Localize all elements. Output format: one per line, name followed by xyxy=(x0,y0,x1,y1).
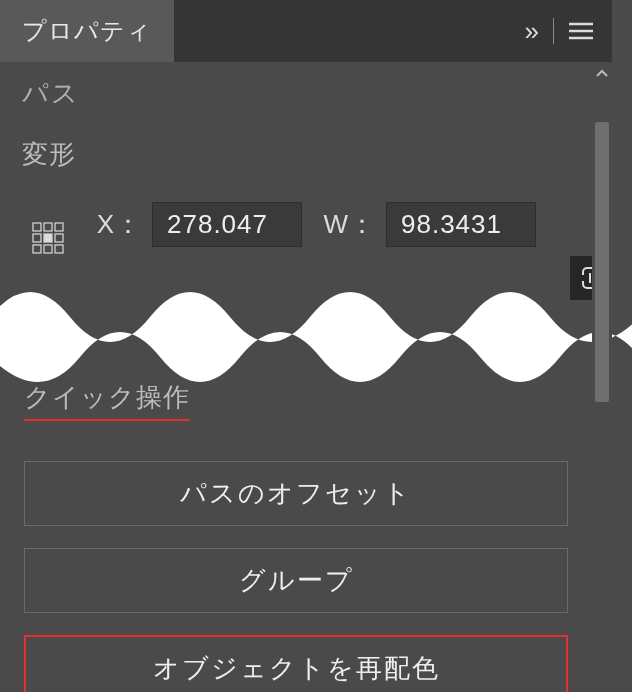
scroll-thumb[interactable] xyxy=(595,122,609,402)
w-label: W： xyxy=(320,207,376,242)
quick-actions-title-text: クイック操作 xyxy=(24,380,190,421)
w-coord: W： xyxy=(320,202,536,247)
x-input[interactable] xyxy=(152,202,302,247)
collapse-icon[interactable]: » xyxy=(525,16,539,47)
x-label: X： xyxy=(86,207,142,242)
panel-tab-label: プロパティ xyxy=(22,15,152,47)
svg-rect-5 xyxy=(55,223,63,231)
transform-section: 変形 X： xyxy=(0,117,612,266)
transform-title: 変形 xyxy=(22,137,590,172)
svg-rect-3 xyxy=(33,223,41,231)
header-icons: » xyxy=(507,0,612,62)
svg-rect-8 xyxy=(55,234,63,242)
quick-actions-title: クイック操作 xyxy=(24,380,568,421)
divider xyxy=(553,18,554,44)
recolor-artwork-button[interactable]: オブジェクトを再配色 xyxy=(24,635,568,692)
panel-tab-properties[interactable]: プロパティ xyxy=(0,0,174,62)
menu-icon[interactable] xyxy=(568,21,594,41)
w-input[interactable] xyxy=(386,202,536,247)
x-coord: X： xyxy=(86,202,302,247)
header-spacer xyxy=(174,0,507,62)
properties-panel: プロパティ » パス 変形 xyxy=(0,0,612,692)
quick-actions-section: クイック操作 パスのオフセット グループ オブジェクトを再配色 xyxy=(0,380,592,692)
svg-rect-4 xyxy=(44,223,52,231)
transform-row: X： W： xyxy=(22,190,590,258)
scrollbar[interactable] xyxy=(592,62,612,692)
svg-rect-10 xyxy=(44,245,52,253)
truncation-wave xyxy=(0,262,632,382)
reference-point-icon[interactable] xyxy=(28,218,68,258)
svg-rect-6 xyxy=(33,234,41,242)
svg-rect-11 xyxy=(55,245,63,253)
object-type-label: パス xyxy=(0,62,612,117)
scroll-up-arrow-icon[interactable] xyxy=(592,62,612,84)
svg-rect-9 xyxy=(33,245,41,253)
offset-path-button[interactable]: パスのオフセット xyxy=(24,461,568,526)
svg-rect-7 xyxy=(44,234,52,242)
group-button[interactable]: グループ xyxy=(24,548,568,613)
panel-header: プロパティ » xyxy=(0,0,612,62)
